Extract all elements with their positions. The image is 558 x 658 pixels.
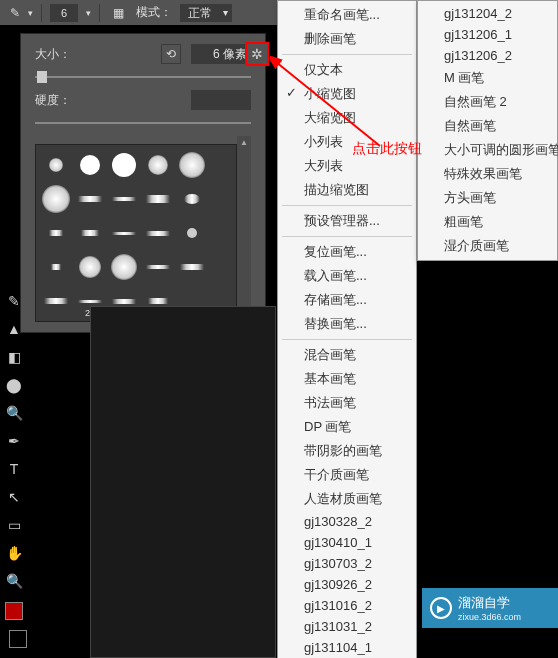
- menu-item-preset[interactable]: gj131206_1: [418, 24, 557, 45]
- watermark-title: 溜溜自学: [458, 595, 510, 610]
- menu-item-preset[interactable]: 粗画笔: [418, 210, 557, 234]
- brush-preset[interactable]: [40, 285, 72, 317]
- brush-preset[interactable]: [142, 149, 174, 181]
- separator: [99, 4, 100, 22]
- brush-preset[interactable]: [176, 183, 208, 215]
- type-tool-icon[interactable]: T: [3, 458, 25, 480]
- brush-preset[interactable]: [40, 251, 72, 283]
- menu-item-save[interactable]: 存储画笔...: [278, 288, 416, 312]
- size-slider[interactable]: [35, 76, 251, 78]
- menu-item-faux[interactable]: 人造材质画笔: [278, 487, 416, 511]
- menu-item-preset[interactable]: 方头画笔: [418, 186, 557, 210]
- menu-item-mixed[interactable]: 混合画笔: [278, 343, 416, 367]
- menu-item-large-thumb[interactable]: 大缩览图: [278, 106, 416, 130]
- hardness-slider[interactable]: [35, 122, 251, 124]
- brush-preset[interactable]: [142, 251, 174, 283]
- brush-preset[interactable]: [176, 251, 208, 283]
- watermark: ▶ 溜溜自学 zixue.3d66.com: [422, 588, 558, 628]
- menu-item-preset[interactable]: gj130703_2: [278, 553, 416, 574]
- menu-item-rename[interactable]: 重命名画笔...: [278, 3, 416, 27]
- brush-preset[interactable]: [108, 217, 140, 249]
- menu-item-large-list[interactable]: 大列表: [278, 154, 416, 178]
- brush-preset[interactable]: [74, 183, 106, 215]
- dodge-tool-icon[interactable]: 🔍: [3, 402, 25, 424]
- menu-item-dry[interactable]: 干介质画笔: [278, 463, 416, 487]
- menu-item-preset[interactable]: gj130410_1: [278, 532, 416, 553]
- left-toolbar: ✎ ▲ ◧ ⬤ 🔍 ✒ T ↖ ▭ ✋ 🔍: [0, 290, 28, 648]
- menu-item-preset[interactable]: 自然画笔: [418, 114, 557, 138]
- menu-item-load[interactable]: 载入画笔...: [278, 264, 416, 288]
- menu-item-preset[interactable]: gj131104_1: [278, 637, 416, 658]
- menu-item-dp[interactable]: DP 画笔: [278, 415, 416, 439]
- zoom-tool-icon[interactable]: 🔍: [3, 570, 25, 592]
- menu-item-preset[interactable]: 大小可调的圆形画笔: [418, 138, 557, 162]
- scroll-up-icon[interactable]: ▲: [240, 138, 248, 147]
- brush-preset[interactable]: [74, 149, 106, 181]
- menu-item-preset[interactable]: gj131031_2: [278, 616, 416, 637]
- brush-preset[interactable]: [142, 217, 174, 249]
- background-color-swatch[interactable]: [9, 630, 27, 648]
- hardness-input[interactable]: [191, 90, 251, 110]
- separator: [41, 4, 42, 22]
- play-icon: ▶: [430, 597, 452, 619]
- menu-item-replace[interactable]: 替换画笔...: [278, 312, 416, 336]
- shape-tool-icon[interactable]: ▭: [3, 514, 25, 536]
- menu-item-preset-manager[interactable]: 预设管理器...: [278, 209, 416, 233]
- brush-tool-icon[interactable]: ✎: [3, 290, 25, 312]
- menu-item-preset[interactable]: 湿介质画笔: [418, 234, 557, 258]
- menu-item-basic[interactable]: 基本画笔: [278, 367, 416, 391]
- brush-preset[interactable]: [74, 251, 106, 283]
- canvas[interactable]: [90, 306, 276, 658]
- menu-item-text-only[interactable]: 仅文本: [278, 58, 416, 82]
- menu-item-delete[interactable]: 删除画笔: [278, 27, 416, 51]
- menu-item-preset[interactable]: gj130926_2: [278, 574, 416, 595]
- menu-item-small-thumb[interactable]: 小缩览图: [278, 82, 416, 106]
- size-input[interactable]: [191, 44, 251, 64]
- brush-preset[interactable]: [40, 149, 72, 181]
- brush-preset[interactable]: [108, 251, 140, 283]
- menu-item-shadow[interactable]: 带阴影的画笔: [278, 439, 416, 463]
- brush-preset[interactable]: [142, 183, 174, 215]
- separator: [282, 339, 412, 340]
- brush-thumbnail-grid: 25 50: [35, 144, 237, 322]
- menu-item-preset[interactable]: 自然画笔 2: [418, 90, 557, 114]
- stamp-tool-icon[interactable]: ▲: [3, 318, 25, 340]
- pen-tool-icon[interactable]: ✒: [3, 430, 25, 452]
- menu-item-preset[interactable]: gj131206_2: [418, 45, 557, 66]
- blend-mode-dropdown[interactable]: 正常: [180, 4, 232, 22]
- brush-preset[interactable]: [40, 183, 72, 215]
- flip-icon[interactable]: ⟲: [161, 44, 181, 64]
- menu-item-small-list[interactable]: 小列表: [278, 130, 416, 154]
- menu-item-stroke-thumb[interactable]: 描边缩览图: [278, 178, 416, 202]
- menu-item-preset[interactable]: M 画笔: [418, 66, 557, 90]
- brush-preset-panel: ✲ 大小： ⟲ 硬度：: [20, 33, 266, 333]
- menu-item-preset[interactable]: gj130328_2: [278, 511, 416, 532]
- menu-item-calligraphy[interactable]: 书法画笔: [278, 391, 416, 415]
- brush-preset[interactable]: [108, 149, 140, 181]
- blur-tool-icon[interactable]: ⬤: [3, 374, 25, 396]
- brush-size-display[interactable]: 6: [50, 4, 78, 22]
- brush-flyout-menu-2: gj131204_2 gj131206_1 gj131206_2 M 画笔 自然…: [417, 0, 558, 261]
- brush-preset[interactable]: [176, 217, 208, 249]
- path-tool-icon[interactable]: ↖: [3, 486, 25, 508]
- scrollbar[interactable]: ▲ ▼: [237, 136, 251, 322]
- menu-item-reset[interactable]: 复位画笔...: [278, 240, 416, 264]
- brush-preset[interactable]: [74, 217, 106, 249]
- menu-item-preset[interactable]: 特殊效果画笔: [418, 162, 557, 186]
- separator: [282, 54, 412, 55]
- eraser-tool-icon[interactable]: ◧: [3, 346, 25, 368]
- gear-icon[interactable]: ✲: [245, 42, 269, 66]
- brush-preset[interactable]: [108, 183, 140, 215]
- chevron-down-icon[interactable]: ▾: [86, 8, 91, 18]
- hand-tool-icon[interactable]: ✋: [3, 542, 25, 564]
- brush-preset[interactable]: [40, 217, 72, 249]
- menu-item-preset[interactable]: gj131204_2: [418, 3, 557, 24]
- mode-label: 模式：: [136, 4, 172, 21]
- brush-preset[interactable]: [176, 149, 208, 181]
- separator: [282, 205, 412, 206]
- toggle-panel-icon[interactable]: ▦: [108, 3, 128, 23]
- chevron-down-icon[interactable]: ▾: [28, 8, 33, 18]
- hardness-label: 硬度：: [35, 92, 71, 109]
- foreground-color-swatch[interactable]: [5, 602, 23, 620]
- menu-item-preset[interactable]: gj131016_2: [278, 595, 416, 616]
